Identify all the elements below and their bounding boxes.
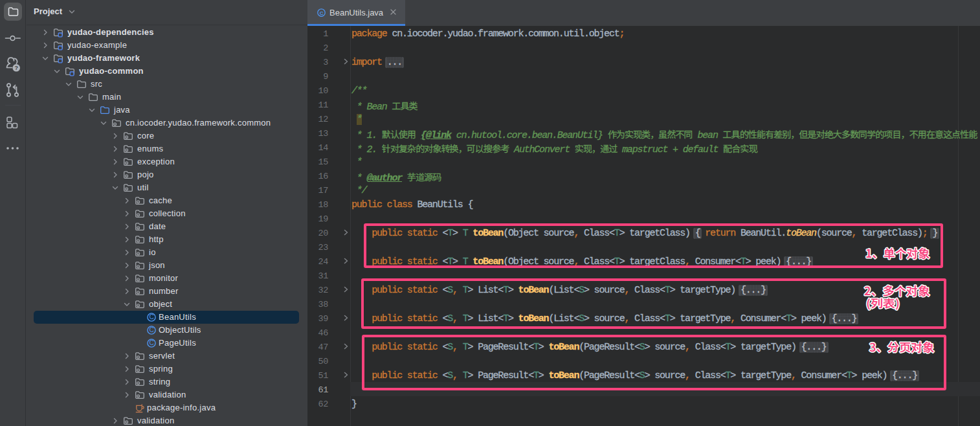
svg-text:(列表): (列表) [866, 295, 900, 311]
svg-text:3、分页对象: 3、分页对象 [869, 338, 934, 355]
svg-text:1、单个对象: 1、单个对象 [865, 244, 930, 261]
